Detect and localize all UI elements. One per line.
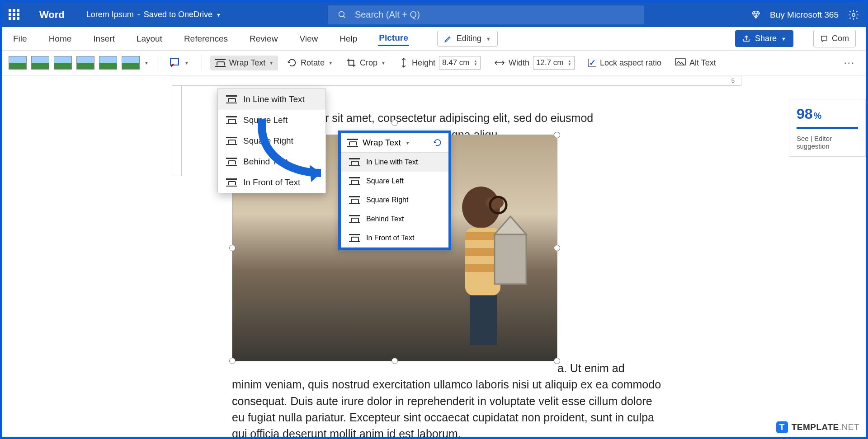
chevron-down-icon: ▼ <box>216 12 221 18</box>
tab-review[interactable]: Review <box>249 32 278 46</box>
editor-suggestions-link[interactable]: See | Editor suggestion <box>797 135 858 150</box>
watermark-suffix: .NET <box>839 422 859 432</box>
float-wrap-option-square-right[interactable]: Square Right <box>341 191 448 210</box>
wrap-option-label: Square Left <box>366 177 404 185</box>
resize-handle[interactable] <box>229 245 236 251</box>
spinner-icon[interactable]: ▲▼ <box>474 60 477 66</box>
wrap-inline-icon <box>349 158 360 166</box>
picture-style-6[interactable] <box>122 56 140 70</box>
float-wrap-option-front[interactable]: In Front of Text <box>341 229 448 248</box>
picture-style-5[interactable] <box>99 56 117 70</box>
tab-references[interactable]: References <box>183 32 229 46</box>
picture-style-4[interactable] <box>76 56 94 70</box>
lock-aspect-group[interactable]: ✓ Lock aspect ratio <box>584 56 666 70</box>
border-icon <box>170 58 181 67</box>
floating-wrap-label: Wrap Text <box>363 138 401 148</box>
tab-home[interactable]: Home <box>48 32 73 46</box>
float-wrap-option-inline[interactable]: In Line with Text <box>341 153 448 172</box>
tab-file[interactable]: File <box>12 32 28 46</box>
float-wrap-option-square-left[interactable]: Square Left <box>341 172 448 191</box>
app-launcher-icon[interactable] <box>9 9 20 21</box>
rotate-icon[interactable] <box>433 138 442 147</box>
watermark-badge-icon: T <box>776 421 788 433</box>
app-name: Word <box>39 9 65 21</box>
share-button[interactable]: Share ▼ <box>735 30 793 47</box>
alt-text-button[interactable]: Alt Text <box>670 56 721 70</box>
gear-icon[interactable] <box>848 9 859 21</box>
picture-style-3[interactable] <box>54 56 72 70</box>
comments-label: Com <box>832 34 849 43</box>
spinner-icon[interactable]: ▲▼ <box>568 60 571 66</box>
floating-wrap-panel: Wrap Text ▼ In Line with Text Square Lef… <box>338 131 451 250</box>
height-input[interactable]: 8.47 cm▲▼ <box>439 56 481 70</box>
rotate-button[interactable]: Rotate ▼ <box>283 55 337 70</box>
wrap-front-icon <box>349 234 360 242</box>
picture-border-button[interactable]: ▼ <box>165 56 193 70</box>
tab-insert[interactable]: Insert <box>92 32 116 46</box>
diamond-icon <box>751 10 761 20</box>
wrap-option-label: Square Right <box>366 196 408 204</box>
save-status: Saved to OneDrive <box>144 10 212 19</box>
editing-label: Editing <box>457 34 481 43</box>
chevron-down-icon[interactable]: ▼ <box>144 61 149 65</box>
wrap-right-icon <box>349 196 360 204</box>
checkbox-icon[interactable]: ✓ <box>588 59 596 67</box>
document-title-area[interactable]: Lorem Ipsum - Saved to OneDrive ▼ <box>86 10 221 19</box>
crop-icon <box>346 58 356 68</box>
editing-mode-button[interactable]: Editing ▼ <box>437 31 498 47</box>
tab-view[interactable]: View <box>298 32 319 46</box>
resize-handle[interactable] <box>554 132 560 138</box>
ruler-mark: 5 <box>731 77 735 84</box>
chevron-down-icon: ▼ <box>269 61 274 65</box>
wrap-text-icon <box>215 59 226 67</box>
wrap-behind-icon <box>349 215 360 223</box>
width-group: Width 12.7 cm▲▼ <box>490 53 579 72</box>
svg-rect-14 <box>470 295 497 345</box>
wrap-option-label: In Front of Text <box>366 234 414 242</box>
ribbon-overflow[interactable]: ··· <box>840 54 859 71</box>
wrap-front-icon <box>226 178 237 187</box>
rotate-handle[interactable] <box>392 120 398 126</box>
alt-text-label: Alt Text <box>689 58 716 68</box>
wrap-option-behind[interactable]: Behind Text <box>218 151 326 172</box>
wrap-option-label: Behind Text <box>243 157 288 167</box>
wrap-inline-icon <box>226 95 237 103</box>
width-input[interactable]: 12.7 cm▲▼ <box>533 56 575 70</box>
float-wrap-option-behind[interactable]: Behind Text <box>341 210 448 229</box>
wrap-text-icon <box>347 139 358 147</box>
picture-style-1[interactable] <box>9 56 27 70</box>
width-value: 12.7 cm <box>536 58 563 67</box>
rotate-label: Rotate <box>301 58 325 68</box>
wrap-option-square-right[interactable]: Square Right <box>218 131 326 151</box>
comments-button[interactable]: Com <box>813 30 856 47</box>
crop-button[interactable]: Crop ▼ <box>342 55 390 70</box>
tab-help[interactable]: Help <box>339 32 358 46</box>
tab-picture[interactable]: Picture <box>378 31 409 46</box>
wrap-option-front[interactable]: In Front of Text <box>218 172 326 193</box>
pen-icon <box>444 35 452 43</box>
alt-text-icon <box>675 58 686 67</box>
search-icon <box>338 10 347 19</box>
height-value: 8.47 cm <box>442 58 469 67</box>
svg-point-2 <box>852 13 855 16</box>
wrap-option-label: In Line with Text <box>243 94 305 104</box>
svg-rect-12 <box>495 234 526 284</box>
editor-score-card[interactable]: 98 % See | Editor suggestion <box>789 99 866 157</box>
wrap-option-square-left[interactable]: Square Left <box>218 110 326 131</box>
svg-marker-13 <box>495 216 526 234</box>
chevron-down-icon: ▼ <box>486 36 491 42</box>
wrap-text-label: Wrap Text <box>229 58 265 68</box>
picture-style-2[interactable] <box>31 56 49 70</box>
floating-wrap-header[interactable]: Wrap Text ▼ <box>341 133 448 153</box>
wrap-text-dropdown: In Line with Text Square Left Square Rig… <box>217 89 326 193</box>
wrap-option-inline[interactable]: In Line with Text <box>218 89 326 110</box>
wrap-option-label: Behind Text <box>366 215 404 223</box>
search-input[interactable]: Search (Alt + Q) <box>328 5 644 24</box>
watermark: T TEMPLATE.NET <box>776 421 859 433</box>
wrap-text-button[interactable]: Wrap Text ▼ <box>210 56 278 70</box>
buy-link[interactable]: Buy Microsoft 365 <box>770 10 839 20</box>
chevron-down-icon: ▼ <box>781 36 786 42</box>
tab-layout[interactable]: Layout <box>136 32 163 46</box>
share-icon <box>742 35 750 43</box>
resize-handle[interactable] <box>554 245 560 251</box>
